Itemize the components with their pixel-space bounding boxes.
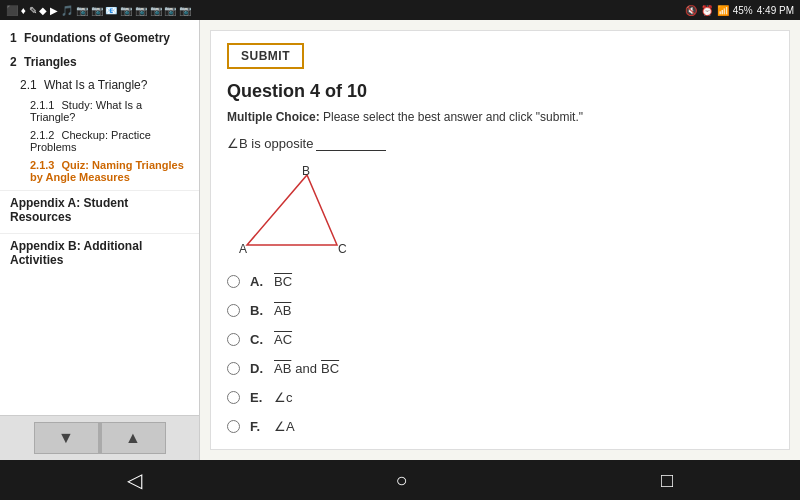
sidebar-item-checkup[interactable]: 2.1.2 Checkup: Practice Problems <box>0 126 199 156</box>
radio-B[interactable] <box>227 304 240 317</box>
main-container: 1 Foundations of Geometry 2 Triangles 2.… <box>0 20 800 460</box>
choice-label-A[interactable]: A. <box>250 274 266 289</box>
label-B: B <box>302 165 310 178</box>
choice-D: D. AB and BC <box>227 361 773 376</box>
nav-bar: ◁ ○ □ <box>0 460 800 500</box>
question-title: Question 4 of 10 <box>227 81 773 102</box>
recents-button[interactable]: □ <box>631 469 703 492</box>
instruction-label: Multiple Choice: <box>227 110 320 124</box>
radio-D[interactable] <box>227 362 240 375</box>
back-button[interactable]: ◁ <box>97 468 172 492</box>
battery-text: 45% <box>733 5 753 16</box>
choice-A: A. BC <box>227 274 773 289</box>
choice-E: E. ∠c <box>227 390 773 405</box>
choice-text-D: AB and BC <box>274 361 339 376</box>
choice-label-C[interactable]: C. <box>250 332 266 347</box>
radio-C[interactable] <box>227 333 240 346</box>
choice-B: B. AB <box>227 303 773 318</box>
sidebar: 1 Foundations of Geometry 2 Triangles 2.… <box>0 20 200 460</box>
choice-text-C: AC <box>274 332 292 347</box>
status-bar-left-icons: ⬛ ♦ ✎ ◆ ▶ 🎵 📷 📷 📧 📷 📷 📷 📷 📷 <box>6 5 191 16</box>
sidebar-item-quiz-active[interactable]: 2.1.3 Quiz: Naming Triangles by Angle Me… <box>0 156 199 186</box>
choice-text-B: AB <box>274 303 291 318</box>
choice-label-D[interactable]: D. <box>250 361 266 376</box>
content-inner: SUBMIT Question 4 of 10 Multiple Choice:… <box>210 30 790 450</box>
submit-button[interactable]: SUBMIT <box>227 43 304 69</box>
sidebar-bottom: ▼ ▲ <box>0 415 199 460</box>
sidebar-nav: 1 Foundations of Geometry 2 Triangles 2.… <box>0 20 199 415</box>
prev-button[interactable]: ▼ <box>34 422 99 454</box>
choice-text-F: ∠A <box>274 419 295 434</box>
sidebar-appendix-a[interactable]: Appendix A: Student Resources <box>0 190 199 229</box>
sidebar-appendix-b[interactable]: Appendix B: Additional Activities <box>0 233 199 272</box>
app-icons: ⬛ ♦ ✎ ◆ ▶ 🎵 📷 📷 📧 📷 📷 📷 📷 📷 <box>6 5 191 16</box>
home-button[interactable]: ○ <box>365 469 437 492</box>
label-C: C <box>338 242 347 255</box>
choice-label-F[interactable]: F. <box>250 419 266 434</box>
mute-icon: 🔇 <box>685 5 697 16</box>
triangle-diagram: A B C <box>237 165 347 255</box>
radio-F[interactable] <box>227 420 240 433</box>
status-bar: ⬛ ♦ ✎ ◆ ▶ 🎵 📷 📷 📧 📷 📷 📷 📷 📷 🔇 ⏰ 📶 45% 4:… <box>0 0 800 20</box>
choice-F: F. ∠A <box>227 419 773 434</box>
sidebar-item-triangles[interactable]: 2 Triangles <box>0 50 199 74</box>
radio-A[interactable] <box>227 275 240 288</box>
signal-icon: 📶 <box>717 5 729 16</box>
label-A: A <box>239 242 247 255</box>
choice-label-B[interactable]: B. <box>250 303 266 318</box>
question-instruction: Multiple Choice: Please select the best … <box>227 110 773 124</box>
alarm-icon: ⏰ <box>701 5 713 16</box>
status-bar-right-icons: 🔇 ⏰ 📶 45% 4:49 PM <box>685 5 794 16</box>
choice-label-E[interactable]: E. <box>250 390 266 405</box>
sidebar-item-foundations[interactable]: 1 Foundations of Geometry <box>0 26 199 50</box>
sidebar-item-study[interactable]: 2.1.1 Study: What Is a Triangle? <box>0 96 199 126</box>
time-display: 4:49 PM <box>757 5 794 16</box>
choice-text-E: ∠c <box>274 390 293 405</box>
svg-marker-0 <box>247 175 337 245</box>
instruction-text: Please select the best answer and click … <box>320 110 583 124</box>
choice-C: C. AC <box>227 332 773 347</box>
radio-E[interactable] <box>227 391 240 404</box>
sidebar-item-what-is-triangle[interactable]: 2.1 What Is a Triangle? <box>0 74 199 96</box>
next-button[interactable]: ▲ <box>101 422 166 454</box>
triangle-container: A B C <box>237 165 773 258</box>
content-area: SUBMIT Question 4 of 10 Multiple Choice:… <box>200 20 800 460</box>
question-text: ∠B is opposite <box>227 136 773 151</box>
choice-text-A: BC <box>274 274 292 289</box>
answer-blank <box>316 150 386 151</box>
